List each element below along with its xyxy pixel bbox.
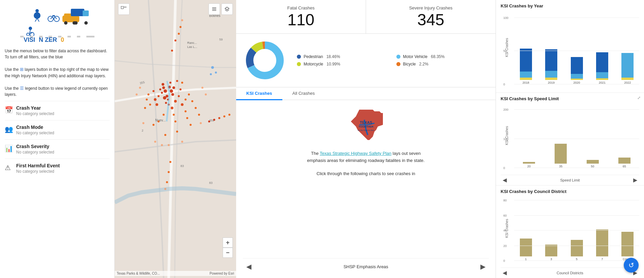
stats-row: Fatal Crashes 110 Severe Injury Crashes … [236,0,496,34]
svg-point-62 [178,95,180,97]
map-attribution: Texas Parks & Wildlife, CO... Powered by… [115,271,236,276]
x-label-district-1: 1 [525,257,527,261]
attribution-left: Texas Parks & Wildlife, CO... [117,272,160,275]
donut-chart [243,38,287,82]
right-panel: KSI Crashes by Year KSI Crashes 0 50 100 [496,0,644,278]
fatal-crashes-label: Fatal Crashes [287,5,315,10]
speed-next-button[interactable]: ▶ [631,176,639,184]
svg-text:Ranc...: Ranc... [187,41,197,45]
bar-district-3: 3 [539,223,563,261]
svg-text:TOGETHER: TOGETHER [358,125,373,128]
svg-point-14 [64,21,67,25]
x-label-speed-50: 50 [591,165,594,168]
pedestrian-label: Pedestrian [304,54,323,59]
x-label-district-5: 5 [576,257,578,261]
svg-point-20 [29,27,32,30]
legend-bicycle: Bicycle 2.2% [396,62,489,66]
bar-2022: 2022 [616,46,639,84]
ksi-speed-y-label: KSI Crashes [501,103,513,168]
svg-point-111 [178,33,180,35]
svg-point-91 [201,87,203,89]
shsp-next-button[interactable]: ▶ [477,261,489,272]
ksi-by-council-chart: KSI Crashes 0 20 40 60 80 1 [501,196,639,277]
zoom-in-button[interactable]: + [223,238,233,248]
svg-point-107 [223,115,225,117]
expand-icon-speed[interactable]: ⤢ [637,95,641,100]
svg-point-80 [181,82,183,84]
ksi-council-y-label: KSI Crashes [501,196,513,261]
svg-point-85 [188,93,190,95]
center-bottom-content: TEXAS TOGETHER on the Road to Zero The T… [236,100,496,278]
legend-button[interactable] [208,3,220,15]
svg-point-102 [215,72,217,74]
x-label-speed-35: 35 [559,165,562,168]
motor-vehicle-pct: 68.35% [431,54,445,59]
donut-section: Pedestrian 18.46% Motor Vehicle 68.35% M… [236,34,496,87]
svg-point-90 [198,114,200,116]
shsp-prev-button[interactable]: ◀ [243,261,255,272]
svg-point-46 [164,89,167,93]
x-label-2018: 2018 [523,81,529,84]
severe-injury-value: 345 [417,12,444,28]
reset-button[interactable]: ↺ [624,258,639,273]
svg-point-72 [149,104,151,106]
bicycle-pct: 2.2% [419,62,428,66]
ksi-by-year-bars: KSI Crashes 0 50 100 2018 [501,10,639,91]
filter-crash-year[interactable]: 📅 Crash Year No category selected [5,101,110,120]
shsp-navigation: ◀ SHSP Emphasis Areas ▶ [243,258,489,272]
svg-point-114 [169,161,171,163]
speed-nav-label: Speed Limit [560,178,580,182]
svg-point-57 [172,86,175,89]
svg-point-100 [142,122,144,124]
layers-button[interactable] [221,3,233,15]
svg-point-113 [181,19,183,21]
filter-crash-mode[interactable]: 👥 Crash Mode No category selected [5,120,110,139]
ksi-by-year-chart: KSI Crashes 0 50 100 2018 [501,10,639,91]
map-area[interactable]: 355 59 2 359 83 83 Nuev... Ranc... Las L… [115,0,236,278]
svg-text:N ZER: N ZER [39,36,57,43]
svg-point-19 [84,21,88,25]
x-label-speed-20: 20 [527,165,531,168]
council-nav-label: Council Districts [557,271,583,275]
svg-point-97 [161,144,163,146]
ksi-by-council-bars: KSI Crashes 0 20 40 60 80 1 [501,196,639,268]
svg-point-95 [181,141,183,143]
legend-motorcycle: Motorcycle 10.99% [297,62,390,66]
svg-text:on the Road to Zero: on the Road to Zero [358,129,374,131]
svg-point-49 [161,92,163,94]
shsp-nav-label: SHSP Emphasis Areas [343,264,388,269]
tabs-row: KSI Crashes All Crashes [236,87,496,100]
warning-icon: ⚠ [5,164,16,172]
svg-rect-118 [121,6,123,9]
council-prev-button[interactable]: ◀ [501,269,509,277]
filter-first-harmful-event[interactable]: ⚠ First Harmful Event No category select… [5,159,110,178]
fatal-crashes-stat: Fatal Crashes 110 [236,0,366,33]
bar-speed-50: 50 [578,130,608,168]
svg-point-88 [195,107,197,109]
x-label-2021: 2021 [599,81,606,84]
ksi-by-speed-chart: KSI Crashes 0 100 200 20 [501,103,639,184]
map-background: 355 59 2 359 83 83 Nuev... Ranc... Las L… [115,0,236,278]
svg-point-53 [171,93,174,96]
svg-point-56 [169,82,171,84]
svg-point-99 [200,122,202,124]
texas-together-logo: TEXAS TOGETHER on the Road to Zero [336,106,396,147]
ksi-by-speed-title: KSI Crashes by Speed Limit [501,96,639,101]
speed-prev-button[interactable]: ◀ [501,176,509,184]
people-icon: 👥 [5,125,16,133]
svg-point-81 [190,124,192,126]
svg-point-108 [228,114,230,116]
motorcycle-pct: 10.99% [327,62,340,66]
map-select-tool[interactable] [118,3,130,15]
tab-ksi-crashes[interactable]: KSI Crashes [236,87,282,100]
bar-chart-icon: 📊 [5,144,16,152]
zoom-out-button[interactable]: − [223,248,233,258]
filter-crash-severity[interactable]: 📊 Crash Severity No category selected [5,139,110,159]
svg-rect-30 [80,36,86,37]
crash-year-value: No category selected [16,111,54,116]
shsp-link[interactable]: Texas Strategic Highway Safety Plan [320,151,391,156]
tab-all-crashes[interactable]: All Crashes [282,87,325,100]
bar-2018: 2018 [514,46,537,84]
motor-vehicle-label: Motor Vehicle [403,54,428,59]
svg-point-74 [163,114,165,116]
